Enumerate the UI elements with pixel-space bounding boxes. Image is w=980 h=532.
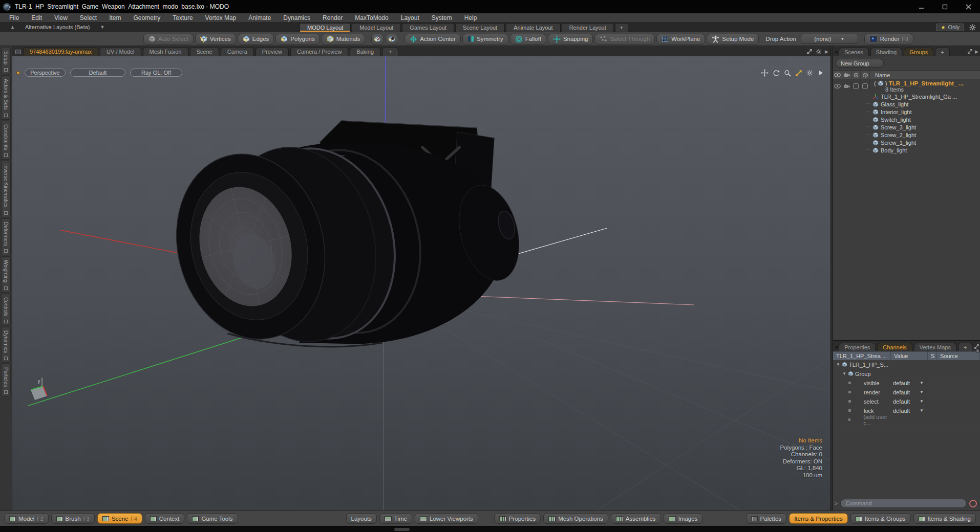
collapse-panel-icon[interactable]: ◀ xyxy=(834,50,839,56)
tree-item-locator[interactable]: TLR_1_HP_Streamlight_Ga ... xyxy=(833,93,980,100)
layouts-button[interactable]: Layouts xyxy=(346,513,377,524)
shading-style-pill[interactable]: Default xyxy=(70,69,125,77)
ghost-column-header[interactable] xyxy=(861,71,870,79)
minimize-button[interactable] xyxy=(909,0,933,13)
tab-camera[interactable]: Camera xyxy=(221,47,254,56)
new-group-button[interactable]: New Group xyxy=(836,59,884,68)
group-row-selected[interactable]: ( ) TLR_1_HP_Streamlight_ ... 8 Items xyxy=(833,80,980,93)
channel-value-dropdown[interactable]: default▼ xyxy=(891,408,928,414)
menu-layout[interactable]: Layout xyxy=(395,14,425,21)
pan-icon[interactable] xyxy=(760,69,769,77)
only-button[interactable]: ★ Only xyxy=(936,24,964,31)
group-render-toggle[interactable] xyxy=(842,80,851,92)
tab-uv-model[interactable]: UV / Model xyxy=(100,47,141,56)
palettes-button[interactable]: Palettes xyxy=(746,513,787,524)
channel-group-row[interactable]: ▼ Group xyxy=(833,369,980,379)
items-properties-button[interactable]: Items & Properties xyxy=(789,513,848,524)
falloff-button[interactable]: Falloff xyxy=(510,34,546,45)
tab-modo-layout[interactable]: MODO Layout xyxy=(300,23,351,32)
maximize-button[interactable] xyxy=(933,0,956,13)
add-panel-tab-button[interactable]: + xyxy=(935,48,949,56)
menu-geometry[interactable]: Geometry xyxy=(127,14,167,21)
zoom-icon[interactable] xyxy=(783,69,792,77)
vertices-mode-button[interactable]: Vertices xyxy=(195,34,236,45)
channel-value-dropdown[interactable]: default▼ xyxy=(891,389,928,395)
dock-tab-particles[interactable]: Particles xyxy=(1,364,11,396)
channels-s-column[interactable]: S xyxy=(928,351,937,360)
name-column-header[interactable]: Name xyxy=(870,72,890,78)
expand-icon[interactable] xyxy=(967,49,973,54)
dock-tab-actors-sets[interactable]: Actors & Sets xyxy=(1,75,11,120)
expand-icon[interactable] xyxy=(806,49,813,55)
tab-lay-unmax[interactable]: 97484630199:lay-unmax xyxy=(23,47,98,56)
tab-camera-preview[interactable]: Camera / Preview xyxy=(290,47,348,56)
more-tabs-icon[interactable]: ▶ xyxy=(825,49,828,54)
channels-source-column[interactable]: Source xyxy=(937,351,980,360)
tree-item-screw-1-light[interactable]: Screw_1_light xyxy=(833,139,980,146)
tree-item-screw-3-light[interactable]: Screw_3_light xyxy=(833,123,980,131)
camera-view-pill[interactable]: Perspective xyxy=(25,69,66,77)
mode-button-scene[interactable]: SceneF4 xyxy=(97,513,142,524)
tab-mesh-fusion[interactable]: Mesh Fusion xyxy=(143,47,188,56)
viewport-gear-icon[interactable] xyxy=(805,69,814,77)
menu-maxtomodo[interactable]: MaxToModo xyxy=(349,14,394,21)
command-input[interactable] xyxy=(840,499,967,508)
render-button[interactable]: Render F9 xyxy=(864,34,913,45)
materials-mode-button[interactable]: Materials xyxy=(322,34,366,45)
assemblies-button[interactable]: Assemblies xyxy=(611,513,661,524)
gear-icon[interactable] xyxy=(969,24,976,31)
tab-scenes[interactable]: Scenes xyxy=(839,48,869,56)
expander-down-icon[interactable]: ▼ xyxy=(836,362,840,367)
tab-render-layout[interactable]: Render Layout xyxy=(562,23,614,32)
tab-scene[interactable]: Scene xyxy=(190,47,219,56)
tab-scene-layout[interactable]: Scene Layout xyxy=(455,23,505,32)
properties-button[interactable]: Properties xyxy=(494,513,541,524)
channel-row-visible[interactable]: visible default▼ xyxy=(833,379,980,388)
gear-icon[interactable] xyxy=(816,49,822,55)
menu-edit[interactable]: Edit xyxy=(25,14,48,21)
tab-channels[interactable]: Channels xyxy=(877,343,912,351)
tab-preview[interactable]: Preview xyxy=(255,47,289,56)
menu-file[interactable]: File xyxy=(3,14,25,21)
channel-value-dropdown[interactable]: default▼ xyxy=(891,380,928,386)
drop-action-dropdown[interactable]: (none) ▼ xyxy=(801,34,858,44)
tab-model-layout[interactable]: Model Layout xyxy=(352,23,401,32)
expander-down-icon[interactable]: ▼ xyxy=(842,371,846,376)
command-prompt-icon[interactable]: > xyxy=(835,501,838,506)
dock-tab-deformers[interactable]: Deformers xyxy=(1,218,11,256)
group-visible-toggle[interactable] xyxy=(833,80,842,92)
lock-column-header[interactable] xyxy=(851,71,861,79)
visibility-column-header[interactable] xyxy=(833,71,842,79)
tab-games-layout[interactable]: Games Layout xyxy=(402,23,454,32)
menu-texture[interactable]: Texture xyxy=(166,14,199,21)
menu-select[interactable]: Select xyxy=(74,14,103,21)
mode-button-model[interactable]: ModelF2 xyxy=(4,513,49,524)
collapse-panel-icon[interactable]: ◀ xyxy=(834,345,839,351)
group-checkbox-1[interactable] xyxy=(851,80,861,92)
channels-name-column[interactable]: TLR_1_HP_Strea ... xyxy=(833,351,891,360)
panel-scrollbar-handle[interactable] xyxy=(976,349,979,353)
raygl-pill[interactable]: Ray GL: Off xyxy=(130,69,182,77)
tree-item-switch-light[interactable]: Switch_light xyxy=(833,116,980,123)
auto-select-button[interactable]: Auto Select xyxy=(143,34,194,45)
action-center-button[interactable]: Action Center xyxy=(404,34,461,45)
select-set-button-1[interactable] xyxy=(371,34,384,45)
viewport-3d[interactable]: +z xyxy=(12,56,830,511)
setup-mode-button[interactable]: Setup Mode xyxy=(707,34,759,45)
menu-system[interactable]: System xyxy=(425,14,458,21)
add-viewport-tab-button[interactable]: + xyxy=(382,47,398,56)
rotate-icon[interactable] xyxy=(772,69,780,77)
tree-item-interior-light[interactable]: Interior_light xyxy=(833,108,980,116)
lower-viewports-button[interactable]: Lower Viewports xyxy=(415,513,478,524)
items-groups-button[interactable]: Items & Groups xyxy=(850,513,911,524)
images-button[interactable]: Images xyxy=(664,513,703,524)
tree-item-body-light[interactable]: Body_light xyxy=(833,146,980,154)
channel-row-render[interactable]: render default▼ xyxy=(833,388,980,397)
mode-button-context[interactable]: Context xyxy=(145,513,185,524)
items-shading-button[interactable]: Items & Shading xyxy=(913,513,976,524)
fit-view-icon[interactable] xyxy=(794,69,803,77)
select-through-button[interactable]: Select Through xyxy=(594,34,655,45)
tab-baking[interactable]: Baking xyxy=(350,47,380,56)
menu-vertex-map[interactable]: Vertex Map xyxy=(199,14,243,21)
workplane-button[interactable]: WorkPlane xyxy=(656,34,705,45)
